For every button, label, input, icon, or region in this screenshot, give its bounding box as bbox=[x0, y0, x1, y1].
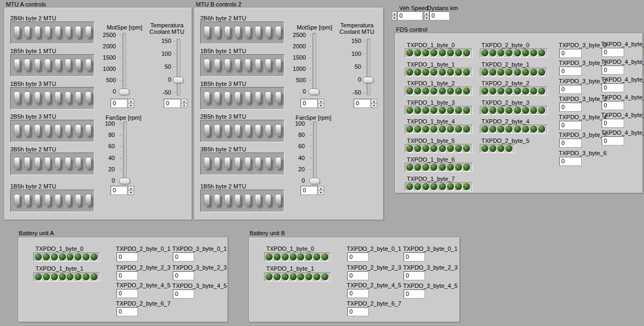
veh-speed-value[interactable]: 0 bbox=[397, 11, 423, 20]
toggle-switch[interactable] bbox=[275, 59, 281, 70]
toggle-switch[interactable] bbox=[65, 91, 71, 103]
slider-thumb[interactable] bbox=[119, 178, 130, 184]
toggle-switch[interactable] bbox=[214, 157, 220, 169]
slider-value-control[interactable]: 0 bbox=[301, 186, 324, 195]
toggle-switch[interactable] bbox=[14, 91, 20, 103]
toggle-switch[interactable] bbox=[45, 59, 50, 70]
toggle-switch[interactable] bbox=[45, 26, 50, 38]
toggle-switch[interactable] bbox=[275, 124, 281, 136]
toggle-switch[interactable] bbox=[224, 194, 230, 206]
toggle-switch[interactable] bbox=[204, 26, 210, 38]
toggle-switch[interactable] bbox=[224, 59, 230, 70]
toggle-switch[interactable] bbox=[75, 59, 81, 70]
toggle-switch[interactable] bbox=[255, 91, 261, 103]
toggle-switch[interactable] bbox=[214, 26, 220, 38]
veh-speed-control[interactable]: 0 bbox=[392, 11, 423, 20]
toggle-switch[interactable] bbox=[34, 26, 40, 38]
toggle-switch[interactable] bbox=[265, 194, 271, 206]
toggle-switch[interactable] bbox=[65, 26, 71, 38]
toggle-switch[interactable] bbox=[265, 124, 271, 136]
toggle-switch[interactable] bbox=[24, 124, 30, 136]
spin-down-icon[interactable] bbox=[318, 103, 324, 108]
slider-track[interactable] bbox=[312, 33, 316, 95]
spinner[interactable] bbox=[128, 99, 134, 108]
slider-track[interactable] bbox=[313, 121, 317, 184]
toggle-switch[interactable] bbox=[275, 157, 281, 169]
toggle-switch[interactable] bbox=[14, 157, 20, 169]
dystans-km-value[interactable]: 0 bbox=[429, 11, 450, 20]
toggle-switch[interactable] bbox=[75, 26, 81, 38]
numeric-field[interactable]: 0 bbox=[111, 186, 128, 195]
toggle-switch[interactable] bbox=[224, 157, 230, 169]
toggle-switch[interactable] bbox=[45, 91, 50, 103]
toggle-switch[interactable] bbox=[214, 124, 220, 136]
toggle-switch[interactable] bbox=[235, 26, 240, 38]
toggle-switch[interactable] bbox=[34, 194, 40, 206]
toggle-switch[interactable] bbox=[85, 26, 91, 38]
toggle-switch[interactable] bbox=[245, 91, 251, 103]
numeric-field[interactable]: 0 bbox=[354, 99, 371, 108]
toggle-switch[interactable] bbox=[75, 91, 81, 103]
slider-value-control[interactable]: 0 bbox=[111, 99, 134, 108]
slider-track[interactable] bbox=[123, 121, 127, 184]
toggle-switch[interactable] bbox=[214, 59, 220, 70]
toggle-switch[interactable] bbox=[204, 157, 210, 169]
slider-value-control[interactable]: 0 bbox=[354, 99, 377, 108]
toggle-switch[interactable] bbox=[235, 91, 240, 103]
toggle-switch[interactable] bbox=[55, 59, 61, 70]
toggle-switch[interactable] bbox=[265, 26, 271, 38]
numeric-field[interactable]: 0 bbox=[301, 99, 318, 108]
toggle-switch[interactable] bbox=[55, 26, 61, 38]
toggle-switch[interactable] bbox=[55, 194, 61, 206]
slider-value-control[interactable]: 0 bbox=[164, 99, 187, 108]
spin-down-icon[interactable] bbox=[392, 16, 397, 20]
spinner[interactable] bbox=[318, 99, 324, 108]
toggle-switch[interactable] bbox=[55, 157, 61, 169]
toggle-switch[interactable] bbox=[235, 194, 240, 206]
toggle-switch[interactable] bbox=[34, 91, 40, 103]
toggle-switch[interactable] bbox=[85, 91, 91, 103]
slider-track[interactable] bbox=[122, 33, 126, 95]
toggle-switch[interactable] bbox=[275, 91, 281, 103]
toggle-switch[interactable] bbox=[14, 59, 20, 70]
toggle-switch[interactable] bbox=[14, 194, 20, 206]
toggle-switch[interactable] bbox=[45, 157, 50, 169]
toggle-switch[interactable] bbox=[235, 157, 240, 169]
toggle-switch[interactable] bbox=[265, 59, 271, 70]
toggle-switch[interactable] bbox=[34, 124, 40, 136]
toggle-switch[interactable] bbox=[224, 91, 230, 103]
spin-down-icon[interactable] bbox=[318, 190, 324, 195]
spin-down-icon[interactable] bbox=[371, 103, 377, 108]
toggle-switch[interactable] bbox=[245, 124, 251, 136]
numeric-field[interactable]: 0 bbox=[111, 99, 128, 108]
toggle-switch[interactable] bbox=[214, 91, 220, 103]
spin-down-icon[interactable] bbox=[181, 103, 187, 108]
slider-value-control[interactable]: 0 bbox=[301, 99, 324, 108]
toggle-switch[interactable] bbox=[265, 157, 271, 169]
slider-track[interactable] bbox=[177, 39, 180, 96]
toggle-switch[interactable] bbox=[235, 124, 240, 136]
toggle-switch[interactable] bbox=[275, 26, 281, 38]
toggle-switch[interactable] bbox=[245, 194, 251, 206]
slider-thumb[interactable] bbox=[363, 77, 374, 83]
toggle-switch[interactable] bbox=[24, 194, 30, 206]
toggle-switch[interactable] bbox=[24, 91, 30, 103]
spin-down-icon[interactable] bbox=[128, 190, 134, 195]
toggle-switch[interactable] bbox=[255, 59, 261, 70]
veh-speed-spinner[interactable] bbox=[392, 11, 397, 20]
slider-track[interactable] bbox=[367, 39, 370, 96]
toggle-switch[interactable] bbox=[65, 157, 71, 169]
toggle-switch[interactable] bbox=[204, 124, 210, 136]
toggle-switch[interactable] bbox=[55, 124, 61, 136]
toggle-switch[interactable] bbox=[45, 194, 50, 206]
toggle-switch[interactable] bbox=[204, 59, 210, 70]
toggle-switch[interactable] bbox=[255, 124, 261, 136]
toggle-switch[interactable] bbox=[24, 26, 30, 38]
slider-thumb[interactable] bbox=[119, 89, 129, 95]
toggle-switch[interactable] bbox=[255, 157, 261, 169]
toggle-switch[interactable] bbox=[65, 194, 71, 206]
slider-value-control[interactable]: 0 bbox=[111, 186, 134, 195]
spinner[interactable] bbox=[371, 99, 377, 108]
toggle-switch[interactable] bbox=[235, 59, 240, 70]
toggle-switch[interactable] bbox=[224, 124, 230, 136]
